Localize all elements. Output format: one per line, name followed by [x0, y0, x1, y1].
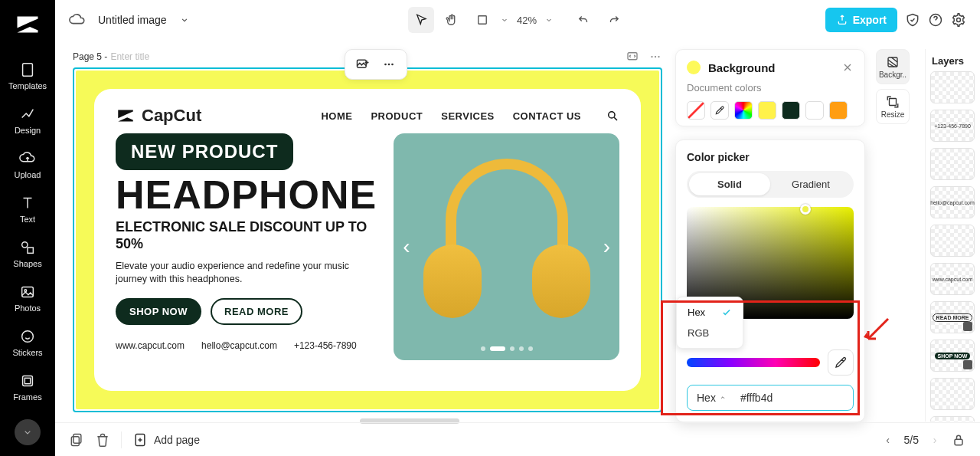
page-background[interactable]: CapCut HOME PRODUCT SERVICES CONTACT US … [76, 71, 659, 409]
duplicate-page-icon[interactable] [69, 432, 84, 448]
expand-icon[interactable] [626, 50, 639, 64]
svg-rect-7 [23, 376, 33, 386]
page-title-input[interactable]: Enter title [110, 51, 149, 62]
doc-colors-label: Document colors [687, 82, 854, 93]
hex-input-field[interactable]: Hex [687, 385, 854, 411]
hand-tool[interactable] [439, 7, 465, 33]
read-more-button[interactable]: READ MORE [211, 298, 302, 325]
page-frame[interactable]: CapCut HOME PRODUCT SERVICES CONTACT US … [73, 67, 662, 412]
image-add-button[interactable] [353, 54, 373, 74]
close-icon[interactable] [841, 61, 854, 74]
layer-thumb[interactable]: SHOP NOW [930, 340, 975, 372]
redo-button[interactable] [601, 7, 627, 33]
more-icon[interactable] [648, 50, 662, 64]
help-icon[interactable] [928, 12, 943, 28]
hex-format-label[interactable]: Hex [697, 392, 727, 404]
shop-now-button[interactable]: SHOP NOW [116, 298, 201, 325]
svg-point-6 [22, 331, 34, 343]
layer-thumb[interactable] [930, 416, 975, 422]
swatch-rainbow[interactable] [734, 101, 753, 120]
swatch-darkgreen[interactable] [782, 101, 800, 120]
cloud-sync-icon[interactable] [69, 11, 86, 28]
delete-page-icon[interactable] [95, 432, 110, 448]
nav-contact[interactable]: CONTACT US [513, 110, 581, 122]
layer-thumb[interactable] [930, 148, 975, 180]
svg-marker-26 [868, 330, 874, 339]
shield-icon[interactable] [905, 12, 920, 28]
rail-shapes[interactable]: Shapes [0, 231, 55, 276]
resize-tool[interactable]: Resize [876, 89, 910, 124]
format-hex-option[interactable]: Hex [677, 302, 743, 323]
layer-thumb[interactable]: READ MORE [930, 301, 975, 333]
zoom-level[interactable]: 42% [517, 15, 537, 26]
redo-icon [607, 13, 621, 27]
select-tool[interactable] [408, 7, 434, 33]
chevron-down-icon [21, 426, 34, 438]
add-page-button[interactable]: Add page [132, 432, 200, 448]
prev-page-button[interactable]: ‹ [880, 431, 897, 448]
rail-upload[interactable]: Upload [0, 143, 55, 187]
chevron-down-icon[interactable] [179, 15, 190, 25]
eyedropper-icon [834, 356, 848, 369]
layer-thumb[interactable]: www.capcut.com [930, 263, 975, 295]
layer-thumb[interactable] [930, 225, 975, 257]
card-nav: HOME PRODUCT SERVICES CONTACT US [321, 109, 619, 123]
search-icon[interactable] [606, 109, 619, 123]
document-title[interactable]: Untitled image [98, 14, 167, 26]
undo-button[interactable] [570, 7, 596, 33]
swatch-yellow[interactable] [758, 101, 776, 120]
chevron-down-icon[interactable] [544, 15, 554, 25]
layer-thumb[interactable]: +123-456-7890 [930, 110, 975, 142]
eyedropper-button[interactable] [828, 349, 854, 376]
gradient-tab[interactable]: Gradient [770, 173, 851, 195]
hue-slider[interactable] [687, 358, 820, 367]
templates-icon [19, 61, 36, 78]
export-button[interactable]: Export [825, 8, 897, 32]
capcut-logo-icon [14, 11, 41, 38]
swatch-white[interactable] [805, 101, 824, 120]
stickers-icon [19, 328, 36, 345]
account-avatar[interactable] [15, 419, 41, 445]
lock-icon[interactable] [951, 432, 966, 448]
saturation-handle[interactable] [800, 204, 811, 215]
rail-templates[interactable]: Templates [0, 54, 55, 98]
swatch-eyedropper[interactable] [710, 101, 729, 120]
swatch-orange[interactable] [829, 101, 848, 120]
svg-point-20 [391, 64, 394, 66]
layer-thumb[interactable] [930, 378, 975, 410]
format-rgb-option[interactable]: RGB [677, 323, 743, 343]
hex-input[interactable] [740, 392, 809, 404]
export-icon [836, 14, 848, 26]
headline: HEADPHONE [116, 175, 377, 215]
undo-icon [577, 13, 590, 27]
doc-color-swatches [687, 101, 854, 120]
swatch-none[interactable] [687, 101, 705, 120]
shapes-icon [19, 239, 36, 256]
frame-tool[interactable] [469, 7, 495, 33]
rail-photos[interactable]: Photos [0, 276, 55, 320]
layers-title: Layers [930, 54, 975, 71]
nav-services[interactable]: SERVICES [441, 110, 495, 122]
page-number-label: Page 5 - [73, 51, 107, 62]
app-logo[interactable] [14, 11, 41, 38]
background-tool[interactable]: Backgr.. [876, 49, 910, 84]
cursor-icon [414, 13, 428, 27]
rail-design[interactable]: Design [0, 98, 55, 143]
carousel-prev-icon[interactable]: ‹ [403, 235, 410, 259]
photos-icon [19, 284, 36, 300]
nav-product[interactable]: PRODUCT [371, 110, 423, 122]
settings-icon[interactable] [951, 12, 966, 28]
layer-thumb[interactable] [930, 71, 975, 103]
chevron-down-icon[interactable] [500, 15, 509, 25]
carousel-dots [481, 346, 533, 351]
solid-tab[interactable]: Solid [689, 173, 770, 195]
rail-frames[interactable]: Frames [0, 365, 55, 409]
next-page-button[interactable]: › [926, 431, 943, 448]
svg-point-13 [651, 56, 652, 57]
nav-home[interactable]: HOME [321, 110, 352, 122]
rail-text[interactable]: Text [0, 187, 55, 231]
carousel-next-icon[interactable]: › [603, 235, 610, 259]
layer-thumb[interactable]: hello@capcut.com [930, 186, 975, 218]
more-options-button[interactable] [379, 54, 399, 74]
rail-stickers[interactable]: Stickers [0, 320, 55, 365]
